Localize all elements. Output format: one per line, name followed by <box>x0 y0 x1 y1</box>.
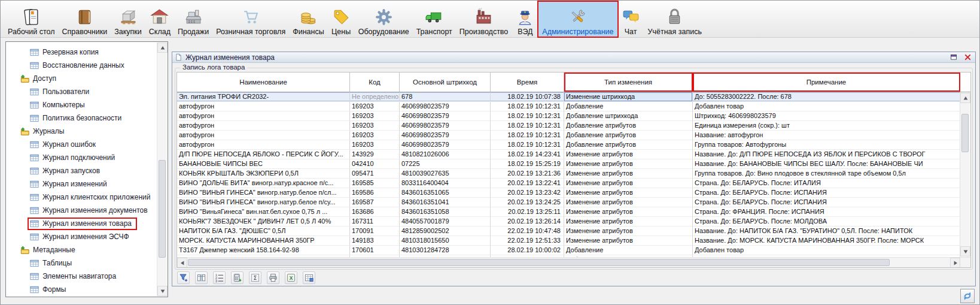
tree-item[interactable]: Журналы <box>6 125 168 138</box>
tree-item[interactable]: Журнал изменения ЭСЧФ <box>6 230 168 243</box>
table-tool-button[interactable] <box>267 271 279 284</box>
table-row[interactable]: МОРСК. КАПУСТА МАРИНОВАННАЯ 350ГР 149183… <box>177 236 960 246</box>
tree-item[interactable]: Политика безопасности <box>6 111 168 125</box>
scroll-right-arrow-icon[interactable] <box>950 258 960 268</box>
toolbar-item-label: Рабочий стол <box>8 28 54 36</box>
table-hscroll-thumb[interactable] <box>188 259 890 266</box>
table-horizontal-scrollbar[interactable] <box>177 257 970 267</box>
toolbar-item[interactable]: Склад <box>145 2 174 37</box>
tree-item-label: Компьютеры <box>42 101 85 109</box>
column-header[interactable]: Примечание <box>693 73 960 92</box>
table-tool-button[interactable] <box>213 271 226 284</box>
maximize-icon <box>950 53 958 61</box>
toolbar-item[interactable]: Продажи <box>174 2 212 37</box>
tree-item[interactable]: Журнал подключений <box>6 151 168 164</box>
table-row[interactable]: автофургон 169203 4606998023579 18.02.19… <box>177 131 960 140</box>
table-icon <box>30 140 39 149</box>
table-tool-button[interactable] <box>285 271 297 284</box>
table-row[interactable]: автофургон 169203 4606998023579 18.02.19… <box>177 111 960 121</box>
sidebar-scrollbar[interactable] <box>157 43 167 296</box>
table-vscroll-thumb[interactable] <box>961 114 969 152</box>
column-header[interactable]: Тип изменения <box>564 73 693 92</box>
table-row[interactable]: Эл. питания ТРОФИ CR2032- Не определено … <box>177 92 960 102</box>
table-tool-button[interactable] <box>249 271 261 284</box>
table-row[interactable]: автофургон 169203 4606998023579 18.02.19… <box>177 121 960 131</box>
tree-item[interactable]: Восстановление данных <box>6 59 168 72</box>
cell-change-type: Изменение штрихкода <box>564 92 693 102</box>
tree-item[interactable]: Метаданные <box>6 243 168 256</box>
table-row[interactable]: ВИНО "ВиньяГинеса" вин.нат.бел.сухое 0,7… <box>177 207 960 217</box>
cell-barcode: 4810821026006 <box>400 150 491 159</box>
tree-item[interactable]: Журнал изменения товара <box>6 217 168 230</box>
table-vertical-scrollbar[interactable] <box>960 93 970 256</box>
tree-item[interactable]: Элементы навигатора <box>6 270 168 283</box>
tree-item[interactable]: Доступ <box>6 72 168 85</box>
toolbar-item[interactable]: Администрирование <box>538 2 617 37</box>
toolbar-item[interactable]: Цены <box>328 2 355 37</box>
tree-item-chip: Журнал изменения документов <box>28 204 153 217</box>
toolbar-item[interactable]: Учётная запись <box>644 2 705 37</box>
table-tool-button[interactable] <box>195 271 208 284</box>
table-row[interactable]: Т3167 Джемпер женский 158.164-92-98 1706… <box>177 255 960 257</box>
table-row[interactable]: ВИНО "ДОЛЬЧЕ ВИТА" виногр.натур.красное … <box>177 179 960 188</box>
table-row[interactable]: Д/П ПЮРЕ НЕПОСЕДА ЯБЛОКО - ПЕРСИК С ЙОГУ… <box>177 150 960 159</box>
column-header[interactable]: Время <box>491 73 564 92</box>
cell-note: Название. До: НАПИТОК Б/А ГАЗ. "БУРАТИНО… <box>693 227 960 236</box>
column-header[interactable]: Наименование <box>177 73 350 92</box>
table-row[interactable]: автофургон 169203 4606998023579 18.02.19… <box>177 140 960 150</box>
table-vscroll-track[interactable] <box>960 103 970 246</box>
table-tool-button[interactable] <box>231 271 244 284</box>
column-header[interactable]: Основной штрихкод <box>400 73 491 92</box>
table-row[interactable]: КОНЬЯК"7 ЗВЕЗДОЧЕК " ДИВИН7 ЛЕТ 0,5 Л 40… <box>177 217 960 227</box>
refresh-button[interactable] <box>960 289 975 303</box>
tree-item[interactable]: Журнал изменения документов <box>6 204 168 217</box>
tree-item[interactable]: Журнал ошибок <box>6 138 168 151</box>
sidebar-scroll-thumb[interactable] <box>159 160 166 258</box>
toolbar-item[interactable]: ВЭД <box>512 2 538 37</box>
toolbar-item[interactable]: Транспорт <box>413 2 456 37</box>
table-tool-button[interactable] <box>303 271 315 284</box>
toolbar-item[interactable]: Оборудование <box>355 2 413 37</box>
toolbar-item[interactable]: Закупки <box>111 2 145 37</box>
table-row[interactable]: БАНАНОВЫЕ ЧИПСЫ ВЕС 042410 07225 18.02.1… <box>177 159 960 169</box>
table-row[interactable]: Т3167 Джемпер женский 158.164-92-98 1706… <box>177 246 960 255</box>
toolbar-item-label: Оборудование <box>358 28 409 36</box>
toolbar-item[interactable]: Справочники <box>58 2 111 37</box>
table-row[interactable]: ВИНО "ВИНЬЯ ГИНЕСА" виногр.натур.белое п… <box>177 188 960 198</box>
application-window: Рабочий стол Справочники Закупки Склад П… <box>0 0 980 305</box>
toolbar-item[interactable]: Розничная торговля <box>212 2 289 37</box>
toolbar-item[interactable]: Финансы <box>289 2 327 37</box>
journal-panel: Журнал изменения товара Запись лога това… <box>172 52 976 286</box>
scroll-left-arrow-icon[interactable] <box>177 258 187 268</box>
scroll-up-arrow-icon[interactable] <box>960 93 970 103</box>
cell-name: автофургон <box>177 111 350 121</box>
window-button[interactable] <box>948 53 959 62</box>
tree-item[interactable]: Журнал клиентских приложений <box>6 191 168 204</box>
tree-item[interactable]: Резервная копия <box>6 46 168 59</box>
window-button[interactable] <box>962 53 973 62</box>
table-row[interactable]: НАПИТОК Б/А ГАЗ. "ДЮШЕС" 0,5Л 170091 481… <box>177 227 960 236</box>
table-row[interactable]: ВИНО "ВИНЬЯ ГИНЕСА" виногр.натур.белое п… <box>177 198 960 207</box>
toolbar-item[interactable]: Производство <box>456 2 512 37</box>
tree-item[interactable]: Формы <box>6 283 168 296</box>
table-row[interactable]: автофургон 169203 4606998023579 18.02.19… <box>177 102 960 111</box>
table-tool-button[interactable] <box>177 271 190 284</box>
scroll-down-arrow-icon[interactable] <box>157 286 168 296</box>
tree-item[interactable]: Журнал изменений <box>6 177 168 191</box>
scroll-up-arrow-icon[interactable] <box>157 43 168 53</box>
table-hscroll-track[interactable] <box>187 258 950 267</box>
tree-item[interactable]: Таблицы <box>6 256 168 270</box>
tree-item[interactable]: Пользователи <box>6 85 168 98</box>
scroll-down-arrow-icon[interactable] <box>960 246 970 256</box>
tree-item[interactable]: Журнал запусков <box>6 164 168 177</box>
tree-item[interactable]: Компьютеры <box>6 98 168 111</box>
cell-note: Единица измерения (сокр.): шт <box>693 121 960 131</box>
toolbar-item[interactable]: Чат <box>617 2 644 37</box>
cell-note: Название. До: Д/П ПЮРЕ НЕПОСЕДА ИЗ ЯБЛОК… <box>693 150 960 159</box>
tree-item-chip: Журнал ошибок <box>28 138 101 151</box>
toolbar-item-label: Закупки <box>114 28 142 36</box>
toolbar-item[interactable]: Рабочий стол <box>4 2 58 37</box>
sidebar-scroll-track[interactable] <box>157 53 167 286</box>
column-header[interactable]: Код <box>350 73 400 92</box>
table-row[interactable]: КОНЬЯК КРЫШТАЛЬ ЭКЗЮПЕРИ 0,5Л 095471 481… <box>177 169 960 179</box>
